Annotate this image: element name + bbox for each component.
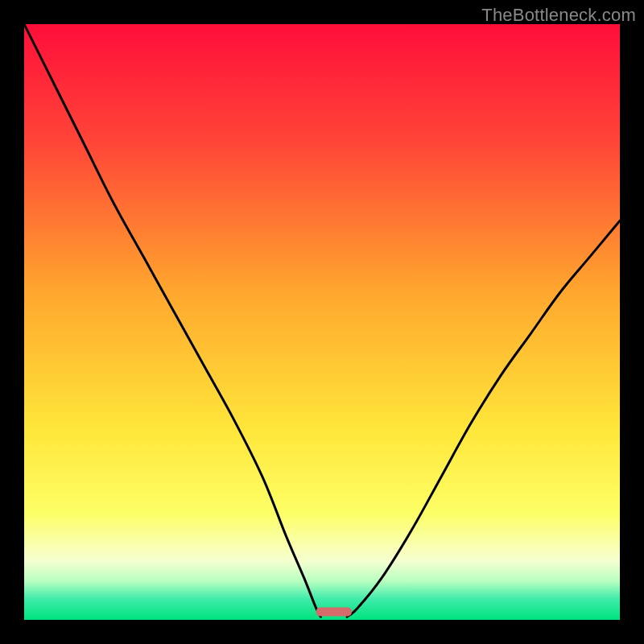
chart-frame: TheBottleneck.com	[0, 0, 644, 644]
watermark-text: TheBottleneck.com	[481, 5, 636, 26]
plot-svg	[24, 24, 620, 620]
plot-background	[24, 24, 620, 620]
bottleneck-marker	[316, 607, 352, 616]
plot-area	[24, 24, 620, 620]
